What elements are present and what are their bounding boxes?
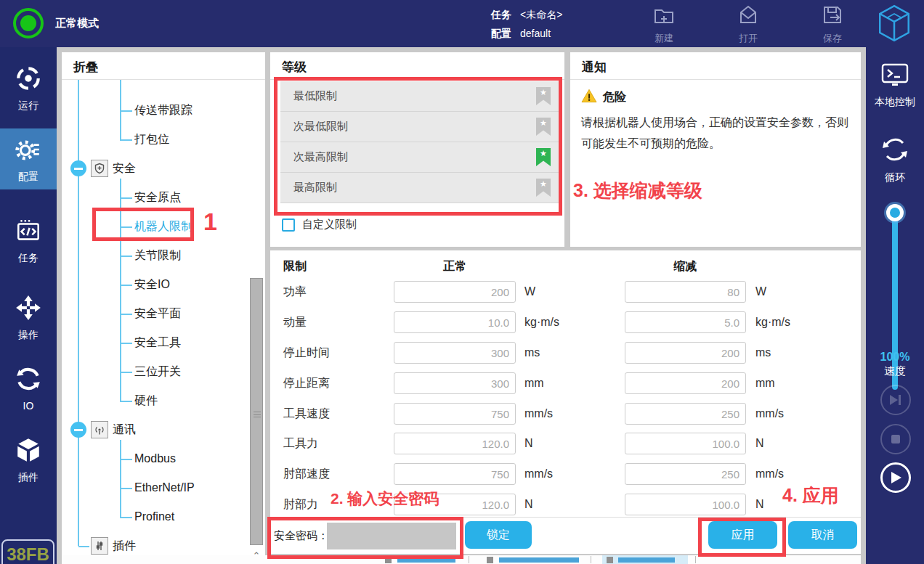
shield-icon: [91, 160, 108, 177]
save-button[interactable]: 保存: [808, 3, 857, 45]
level-option-second-lowest[interactable]: 次最低限制 ★: [280, 112, 559, 142]
taskbar-item-active[interactable]: [602, 555, 688, 564]
io-cycle-icon: [15, 365, 42, 395]
collapse-minus-icon[interactable]: [70, 422, 86, 438]
limit-row-elbow-force: 肘部力 N N: [270, 494, 861, 515]
elbow-force-normal-input[interactable]: [394, 494, 516, 515]
tree-item-plugin[interactable]: 插件: [62, 531, 265, 560]
danger-title: 危险: [603, 90, 626, 105]
tree-scrollbar[interactable]: ⌃ ⌄: [250, 272, 263, 560]
cancel-button[interactable]: 取消: [788, 521, 857, 549]
new-button[interactable]: 新建: [639, 3, 689, 45]
open-file-icon: [736, 3, 761, 30]
tree-item-communication[interactable]: 通讯: [62, 415, 265, 444]
lock-button[interactable]: 锁定: [465, 521, 532, 549]
level-panel-title: 等级: [270, 52, 564, 80]
safety-password-input[interactable]: [327, 523, 456, 549]
tree-item-safety-io[interactable]: 安全IO: [62, 270, 265, 299]
tree-panel-title[interactable]: 折叠: [62, 52, 265, 80]
nav-task[interactable]: 任务: [0, 210, 57, 272]
power-reduced-input[interactable]: [625, 281, 746, 303]
collapse-minus-icon[interactable]: [70, 160, 86, 176]
password-label: 安全密码：: [274, 522, 328, 549]
tree-item-three-position-switch[interactable]: 三位开关: [62, 357, 265, 386]
tree-item-ethernet-ip[interactable]: EtherNet/IP: [62, 473, 265, 502]
apply-button[interactable]: 应用: [708, 521, 777, 549]
stop-time-reduced-input[interactable]: [625, 342, 746, 364]
stop-distance-normal-input[interactable]: [394, 372, 516, 394]
divider: [270, 517, 861, 518]
bookmark-icon: ★: [536, 118, 551, 136]
tool-speed-normal-input[interactable]: [394, 403, 516, 425]
nav-plugin[interactable]: 插件: [0, 429, 57, 491]
nav-jog[interactable]: 操作: [0, 287, 57, 349]
tree-item-safety-home[interactable]: 安全原点: [62, 183, 265, 212]
taskbar-item[interactable]: [397, 557, 455, 563]
stop-distance-reduced-input[interactable]: [625, 372, 746, 394]
col-limit: 限制: [283, 259, 307, 274]
momentum-reduced-input[interactable]: [625, 311, 746, 333]
custom-limit-checkbox-row[interactable]: 自定义限制: [282, 218, 357, 232]
checkbox[interactable]: [282, 218, 295, 232]
stop-time-normal-input[interactable]: [394, 342, 516, 364]
tree-item-robot-limits[interactable]: 机器人限制: [62, 212, 265, 241]
level-option-lowest[interactable]: 最低限制 ★: [280, 81, 559, 112]
tree-item-safety[interactable]: 安全: [62, 154, 265, 183]
open-button[interactable]: 打开: [724, 3, 773, 45]
speed-slider-knob[interactable]: [886, 204, 904, 221]
taskbar-item[interactable]: [499, 557, 579, 563]
tree-item-joint-limits[interactable]: 关节限制: [62, 241, 265, 270]
nav-run[interactable]: 运行: [0, 57, 57, 120]
speed-label: 速度: [866, 364, 924, 378]
robot-status-icon[interactable]: [13, 8, 44, 38]
level-option-highest[interactable]: 最高限制 ★: [280, 173, 559, 203]
limits-panel: 限制 正常 缩减 功率 W W 动量 kg·m/s kg·m/s 停止时间 ms…: [270, 250, 861, 554]
mode-label: 正常模式: [55, 17, 99, 30]
tree-item-modbus[interactable]: Modbus: [62, 444, 265, 473]
antenna-icon: [91, 421, 108, 438]
taskbar-icon[interactable]: [487, 557, 493, 563]
limit-row-elbow-speed: 肘部速度 mm/s mm/s: [270, 463, 861, 485]
tool-force-reduced-input[interactable]: [625, 433, 746, 454]
level-option-second-highest[interactable]: 次最高限制 ★: [280, 142, 559, 173]
elbow-speed-reduced-input[interactable]: [625, 463, 746, 485]
safety-checksum-badge: 38FB: [1, 539, 54, 564]
momentum-normal-input[interactable]: [394, 311, 516, 333]
task-label: 任务: [491, 5, 511, 24]
tree-item-pallet[interactable]: 打包位: [62, 125, 265, 154]
elbow-speed-normal-input[interactable]: [394, 463, 516, 485]
nav-io[interactable]: IO: [0, 358, 57, 419]
move-arrows-icon: [15, 294, 42, 324]
gear-icon: [15, 136, 42, 165]
stop-button[interactable]: [880, 424, 911, 454]
tree-item-hardware[interactable]: 硬件: [62, 386, 265, 415]
tree-item-profinet[interactable]: Profinet: [62, 502, 265, 531]
tool-speed-reduced-input[interactable]: [625, 403, 746, 425]
speed-value: 100%: [866, 351, 924, 364]
config-value: default: [520, 24, 551, 43]
cube-icon: [15, 436, 42, 466]
notice-panel: 通知 危险 请根据机器人使用场合，正确的设置安全参数，否则可能发生不可预期的危险…: [570, 52, 861, 247]
tree-item-safety-plane[interactable]: 安全平面: [62, 299, 265, 328]
brand-logo-icon: [875, 4, 914, 46]
scrollbar-thumb[interactable]: [250, 278, 263, 545]
play-button[interactable]: [880, 462, 911, 493]
tree-item-safety-tool[interactable]: 安全工具: [62, 328, 265, 357]
scroll-up-icon[interactable]: ⌃: [250, 549, 263, 560]
power-normal-input[interactable]: [394, 281, 516, 303]
step-button[interactable]: [880, 385, 911, 415]
taskbar-icon[interactable]: [385, 557, 392, 563]
sliders-icon: [91, 537, 108, 555]
warning-icon: [581, 89, 597, 106]
right-control-bar: 本地控制 循环 100% 速度: [866, 47, 924, 564]
main-area: 折叠 传送带跟踪 打包位 安全 安全原点 机器人限制 关节限制 安全IO 安全平…: [57, 47, 866, 564]
tree-item-conveyor[interactable]: 传送带跟踪: [62, 96, 265, 125]
nav-config[interactable]: 配置: [0, 128, 57, 189]
bookmark-icon: ★: [536, 179, 551, 197]
limit-row-stop-distance: 停止距离 mm mm: [270, 372, 861, 394]
elbow-force-reduced-input[interactable]: [625, 494, 746, 515]
loop-mode[interactable]: 循环: [866, 134, 924, 184]
local-control[interactable]: 本地控制: [866, 62, 924, 109]
limit-row-power: 功率 W W: [270, 281, 861, 303]
tool-force-normal-input[interactable]: [394, 433, 516, 454]
